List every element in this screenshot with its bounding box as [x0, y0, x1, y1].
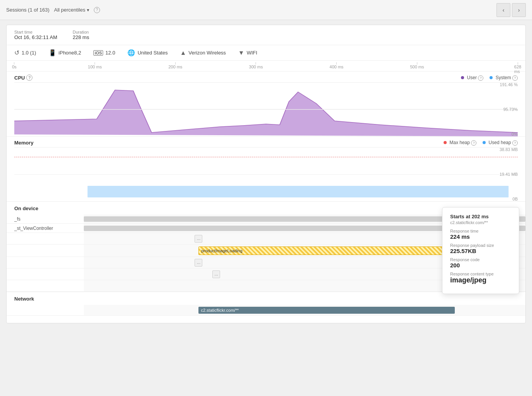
- expand-btn-2[interactable]: …: [195, 259, 202, 267]
- session-info: Start time Oct 16, 6:32:11 AM Duration 2…: [7, 25, 525, 45]
- fs-label: _fs: [7, 216, 84, 222]
- memory-legend: Max heap ? Used heap ?: [444, 140, 518, 146]
- ruler-inner: 0s100 ms200 ms300 ms400 ms500 ms628 ms: [14, 62, 518, 71]
- cpu-section: CPU ? User ? System ?: [7, 71, 525, 137]
- content-type-value: image/jpeg: [450, 276, 511, 284]
- max-heap-legend: Max heap ?: [444, 140, 476, 146]
- sessions-label: Sessions (1 of 163): [6, 7, 49, 13]
- tooltip-payload: Response payload size 225.57KB: [450, 243, 511, 254]
- nav-prev-button[interactable]: ‹: [496, 3, 510, 17]
- device-country: 🌐 United States: [127, 49, 168, 56]
- country-value: United States: [137, 50, 168, 56]
- start-time-label: Start time: [14, 30, 57, 34]
- top-bar-left: Sessions (1 of 163) All percentiles ▾ ?: [6, 7, 100, 13]
- network-section: Network c2.staticflickr.com/** Starts at…: [7, 292, 525, 323]
- max-heap-help[interactable]: ?: [471, 140, 476, 146]
- user-dot: [461, 76, 464, 79]
- ios-icon: iOS: [93, 50, 103, 56]
- used-heap-bar: [88, 186, 509, 197]
- system-dot: [490, 76, 493, 79]
- top-bar: Sessions (1 of 163) All percentiles ▾ ? …: [0, 0, 532, 20]
- timeline-ruler: 0s100 ms200 ms300 ms400 ms500 ms628 ms: [7, 61, 525, 71]
- cpu-legend: User ? System ?: [461, 75, 518, 81]
- help-icon[interactable]: ?: [94, 7, 100, 13]
- cpu-help-icon[interactable]: ?: [26, 75, 32, 81]
- wifi-icon: ▼: [238, 49, 244, 56]
- ruler-tick-5: 500 ms: [410, 62, 424, 69]
- payload-value: 225.57KB: [450, 248, 511, 254]
- version-icon: ↺: [14, 49, 19, 56]
- response-time-value: 224 ms: [450, 233, 511, 240]
- device-model: 📱 iPhone8,2: [49, 49, 81, 56]
- main-card: Start time Oct 16, 6:32:11 AM Duration 2…: [6, 25, 526, 323]
- user-help-icon[interactable]: ?: [478, 75, 483, 81]
- used-heap-help[interactable]: ?: [512, 140, 518, 146]
- carrier-value: Verizon Wireless: [188, 50, 226, 56]
- content-type-label: Response content type: [450, 272, 511, 276]
- max-heap-dot: [444, 141, 447, 144]
- tooltip-content-type: Response content type image/jpeg: [450, 272, 511, 284]
- network-value: WIFI: [247, 50, 257, 56]
- memory-section: Memory Max heap ? Used heap ?: [7, 137, 525, 202]
- network-timeline: c2.staticflickr.com/**: [84, 305, 525, 315]
- mem-grid-bottom: [14, 201, 518, 202]
- tooltip-url: c2.staticflickr.com/**: [450, 220, 511, 225]
- nav-buttons: ‹ ›: [496, 3, 526, 17]
- chevron-down-icon: ▾: [87, 7, 89, 13]
- cpu-title: CPU ?: [14, 75, 32, 81]
- expand-btn-1[interactable]: …: [195, 235, 202, 243]
- signal-icon: ▲: [180, 49, 186, 56]
- used-heap-dot: [483, 141, 486, 144]
- device-carrier: ▲ Verizon Wireless: [180, 49, 226, 56]
- os-value: 12.0: [105, 50, 115, 56]
- user-legend: User ?: [461, 75, 483, 81]
- version-value: 1.0 (1): [22, 50, 36, 56]
- tooltip-response-time: Response time 224 ms: [450, 229, 511, 240]
- ruler-tick-3: 300 ms: [249, 62, 263, 69]
- percentile-selector[interactable]: All percentiles ▾: [54, 7, 89, 13]
- payload-label: Response payload size: [450, 243, 511, 248]
- product-image-bar[interactable]: productImageLoading: [198, 246, 455, 255]
- network-row: c2.staticflickr.com/**: [7, 305, 525, 316]
- phone-icon: 📱: [49, 49, 56, 56]
- start-time-value: Oct 16, 6:32:11 AM: [14, 34, 57, 40]
- tooltip-title: Starts at 202 ms: [450, 214, 511, 219]
- memory-svg: [14, 147, 518, 201]
- cpu-header: CPU ? User ? System ?: [7, 71, 525, 82]
- response-time-label: Response time: [450, 229, 511, 233]
- network-bar-label: c2.staticflickr.com/**: [201, 308, 239, 313]
- globe-icon: 🌐: [127, 49, 135, 56]
- tooltip-card: Starts at 202 ms c2.staticflickr.com/** …: [442, 207, 519, 294]
- nav-next-button[interactable]: ›: [512, 3, 526, 17]
- duration-value: 228 ms: [73, 34, 89, 40]
- model-value: iPhone8,2: [59, 50, 81, 56]
- network-bar[interactable]: c2.staticflickr.com/**: [198, 307, 455, 314]
- system-help-icon[interactable]: ?: [512, 75, 518, 81]
- ruler-tick-2: 200 ms: [168, 62, 182, 69]
- memory-chart-area: 38.83 MB 19.41 MB 0B: [14, 147, 518, 201]
- device-info: ↺ 1.0 (1) 📱 iPhone8,2 iOS 12.0 🌐 United …: [7, 45, 525, 61]
- code-label: Response code: [450, 257, 511, 262]
- duration-label: Duration: [73, 30, 89, 34]
- memory-title: Memory: [14, 140, 34, 146]
- tooltip-code: Response code 200: [450, 257, 511, 269]
- start-time-group: Start time Oct 16, 6:32:11 AM: [14, 30, 57, 40]
- memory-header: Memory Max heap ? Used heap ?: [7, 137, 525, 147]
- ruler-tick-0: 0s: [12, 62, 17, 69]
- ruler-tick-4: 400 ms: [330, 62, 344, 69]
- device-os: iOS 12.0: [93, 50, 115, 56]
- used-heap-legend: Used heap ?: [483, 140, 518, 146]
- device-version: ↺ 1.0 (1): [14, 49, 36, 56]
- cpu-svg: [14, 82, 518, 136]
- st-view-label: _st_ViewController: [7, 226, 84, 231]
- cpu-fill: [14, 90, 518, 136]
- system-legend: System ?: [490, 75, 518, 81]
- code-value: 200: [450, 262, 511, 269]
- cpu-chart-area: 191.46 % 95.73% 0%: [14, 82, 518, 136]
- product-image-bar-label: productImageLoading: [201, 248, 242, 253]
- device-network: ▼ WIFI: [238, 49, 257, 56]
- percentile-label: All percentiles: [54, 7, 85, 13]
- duration-group: Duration 228 ms: [73, 30, 89, 40]
- expand-btn-3[interactable]: …: [212, 270, 220, 278]
- ruler-tick-1: 100 ms: [88, 62, 102, 69]
